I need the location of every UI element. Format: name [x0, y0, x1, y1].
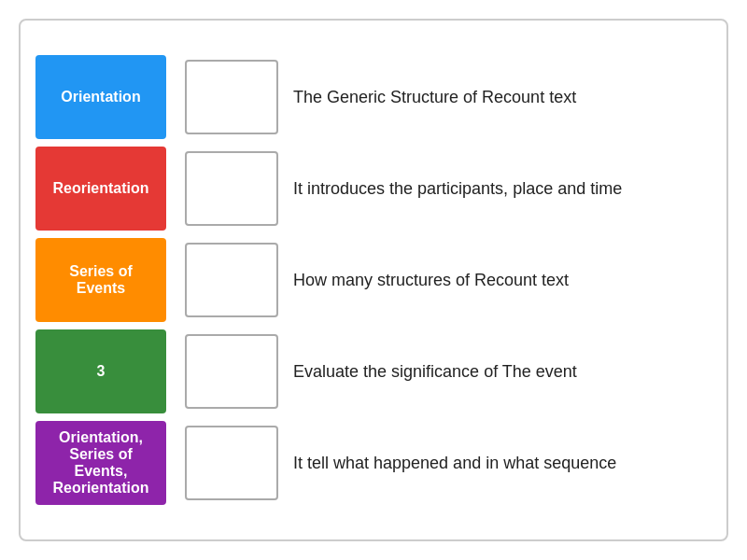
label-reorientation[interactable]: Reorientation [35, 147, 166, 231]
match-text-1: The Generic Structure of Recount text [293, 86, 576, 108]
match-text-5: It tell what happened and in what sequen… [293, 452, 616, 474]
match-box-3[interactable] [185, 243, 278, 317]
label-series-text: Series of Events [43, 263, 159, 297]
label-reorientation-text: Reorientation [52, 180, 148, 197]
label-orientation[interactable]: Orientation [35, 55, 166, 139]
match-row-5: It tell what happened and in what sequen… [185, 421, 712, 505]
match-text-3: How many structures of Recount text [293, 269, 569, 291]
match-row-3: How many structures of Recount text [185, 238, 712, 322]
main-container: Orientation Reorientation Series of Even… [19, 19, 728, 541]
match-box-4[interactable] [185, 334, 278, 409]
label-combo-text: Orientation, Series of Events, Reorienta… [43, 429, 159, 497]
right-column: The Generic Structure of Recount text It… [185, 55, 712, 505]
match-row-1: The Generic Structure of Recount text [185, 55, 712, 139]
label-three[interactable]: 3 [35, 329, 166, 413]
label-series-of-events[interactable]: Series of Events [35, 238, 166, 322]
match-row-4: Evaluate the significance of The event [185, 329, 712, 413]
left-column: Orientation Reorientation Series of Even… [35, 55, 166, 505]
match-text-4: Evaluate the significance of The event [293, 360, 577, 383]
match-box-5[interactable] [185, 426, 278, 500]
match-box-2[interactable] [185, 151, 278, 226]
match-box-1[interactable] [185, 60, 278, 134]
match-row-2: It introduces the participants, place an… [185, 147, 712, 231]
match-text-2: It introduces the participants, place an… [293, 177, 622, 200]
label-orientation-text: Orientation [61, 89, 140, 105]
label-three-text: 3 [97, 363, 106, 380]
label-orientation-series-reorientation[interactable]: Orientation, Series of Events, Reorienta… [35, 421, 166, 505]
